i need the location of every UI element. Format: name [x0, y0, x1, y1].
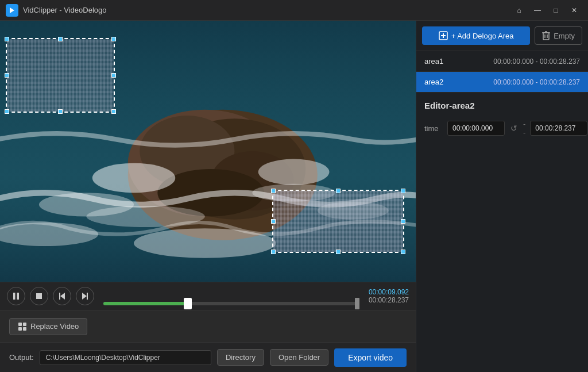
delogo-box-2[interactable]	[272, 190, 404, 253]
total-time: 00:00:28.237	[369, 296, 409, 304]
area-name-2: area2	[424, 78, 443, 86]
export-video-button[interactable]: Export video	[334, 348, 407, 367]
handle-bl-1[interactable]	[5, 109, 9, 114]
editor-time-row: time ↺ -- ↺	[424, 120, 580, 137]
time-label: time	[424, 124, 443, 133]
svg-rect-26	[18, 327, 22, 331]
svg-rect-19	[36, 293, 42, 299]
svg-point-15	[258, 159, 330, 185]
right-panel: + Add Delogo Area Empty area1 00:00:00.0…	[416, 21, 588, 372]
time-separator: --	[523, 120, 525, 137]
timeline-track[interactable]	[103, 302, 359, 305]
pause-button[interactable]	[7, 287, 25, 305]
handle-tl-2[interactable]	[271, 189, 276, 193]
svg-rect-17	[13, 293, 16, 300]
replace-video-label: Replace Video	[30, 322, 79, 331]
minimize-button[interactable]: —	[529, 3, 546, 17]
handle-lc-1[interactable]	[5, 73, 9, 78]
timeline-fill	[103, 302, 188, 305]
delogo-box-1[interactable]	[6, 38, 115, 113]
handle-tr-2[interactable]	[401, 189, 405, 193]
app-logo	[6, 4, 18, 17]
main-layout: 00:00:09.092 00:00:28.237 Replace Video …	[0, 21, 588, 372]
areas-list: area1 00:00:00.000 - 00:00:28.237 area2 …	[416, 51, 588, 93]
handle-bc-2[interactable]	[336, 250, 341, 254]
app-title: VidClipper - VideoDelogo	[23, 6, 511, 14]
empty-label: Empty	[554, 32, 575, 40]
handle-tr-1[interactable]	[111, 37, 116, 41]
handle-tc-1[interactable]	[58, 37, 63, 41]
area-item-1[interactable]: area1 00:00:00.000 - 00:00:28.237	[416, 51, 588, 72]
svg-rect-23	[87, 293, 88, 300]
timeline[interactable]	[103, 294, 359, 298]
glitch-overlay-1	[7, 39, 114, 112]
handle-bl-2[interactable]	[271, 250, 276, 254]
step-forward-button[interactable]	[76, 287, 94, 305]
start-time-input[interactable]	[447, 121, 505, 136]
handle-tl-1[interactable]	[5, 37, 9, 41]
add-delogo-label: + Add Delogo Area	[451, 32, 514, 40]
svg-marker-20	[60, 293, 65, 300]
svg-rect-21	[59, 293, 60, 300]
svg-point-14	[92, 163, 175, 193]
handle-lc-2[interactable]	[271, 219, 276, 224]
output-path-input[interactable]	[40, 350, 211, 365]
timeline-thumb[interactable]	[184, 298, 192, 309]
directory-button[interactable]: Directory	[217, 349, 264, 366]
bottom-bar: Replace Video	[0, 310, 416, 342]
timeline-end-marker	[355, 298, 359, 309]
output-bar: Output: Directory Open Folder Export vid…	[0, 342, 416, 372]
svg-point-16	[134, 228, 276, 258]
area-item-2[interactable]: area2 00:00:00.000 - 00:00:28.237	[416, 72, 588, 93]
current-time: 00:00:09.092	[369, 288, 409, 296]
area-name-1: area1	[424, 57, 443, 66]
svg-rect-27	[23, 327, 26, 331]
open-folder-button[interactable]: Open Folder	[270, 349, 328, 366]
area-time-2: 00:00:00.000 - 00:00:28.237	[493, 78, 580, 86]
handle-rc-2[interactable]	[401, 219, 405, 224]
svg-marker-22	[82, 293, 87, 300]
home-button[interactable]: ⌂	[511, 3, 527, 17]
editor-title: Editor-area2	[424, 101, 580, 110]
svg-rect-25	[23, 323, 26, 326]
output-label: Output:	[9, 353, 34, 362]
handle-rc-1[interactable]	[111, 73, 116, 78]
svg-marker-0	[10, 7, 14, 13]
handle-br-1[interactable]	[111, 109, 116, 114]
right-top-controls: + Add Delogo Area Empty	[416, 21, 588, 51]
editor-section: Editor-area2 time ↺ -- ↺	[416, 93, 588, 372]
svg-rect-31	[543, 33, 549, 40]
playback-controls: 00:00:09.092 00:00:28.237	[0, 282, 416, 310]
maximize-button[interactable]: □	[548, 3, 564, 17]
replace-video-button[interactable]: Replace Video	[9, 318, 87, 335]
close-button[interactable]: ✕	[566, 3, 582, 17]
add-delogo-button[interactable]: + Add Delogo Area	[422, 26, 530, 45]
titlebar: VidClipper - VideoDelogo ⌂ — □ ✕	[0, 0, 588, 21]
window-controls: ⌂ — □ ✕	[511, 3, 582, 17]
time-display: 00:00:09.092 00:00:28.237	[369, 288, 409, 304]
empty-button[interactable]: Empty	[535, 26, 582, 45]
glitch-overlay-2	[273, 191, 403, 252]
video-viewport[interactable]	[0, 21, 416, 282]
left-panel: 00:00:09.092 00:00:28.237 Replace Video …	[0, 21, 416, 372]
svg-rect-24	[18, 323, 22, 326]
step-back-button[interactable]	[53, 287, 71, 305]
area-time-1: 00:00:00.000 - 00:00:28.237	[493, 57, 580, 66]
handle-tc-2[interactable]	[336, 189, 341, 193]
stop-button[interactable]	[30, 287, 48, 305]
handle-br-2[interactable]	[401, 250, 405, 254]
start-time-reset-icon[interactable]: ↺	[509, 122, 519, 134]
end-time-input[interactable]	[530, 121, 587, 136]
svg-rect-18	[17, 293, 20, 300]
handle-bc-1[interactable]	[58, 109, 63, 114]
svg-point-10	[86, 206, 204, 227]
